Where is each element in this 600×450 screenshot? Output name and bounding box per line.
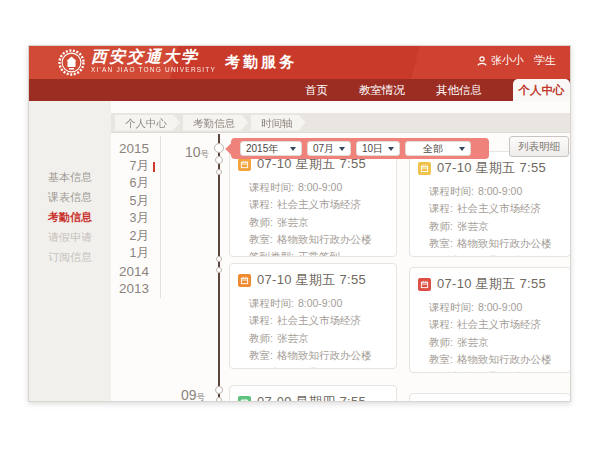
calendar-icon bbox=[418, 278, 431, 291]
sidebar-item-schedule-info[interactable]: 课表信息 bbox=[29, 187, 111, 207]
active-month-tick bbox=[153, 162, 156, 172]
timeline-entry-february[interactable]: 2月 bbox=[113, 228, 149, 246]
card-teacher: 教师:张芸京 bbox=[249, 330, 388, 347]
timeline-year-list: 2015 7月 6月 5月 3月 2月 1月 2014 2013 bbox=[113, 140, 149, 298]
timeline-entry-june[interactable]: 6月 bbox=[113, 175, 149, 193]
day-label-10: 10号 bbox=[185, 144, 209, 161]
sidebar-item-subscription-info[interactable]: 订阅信息 bbox=[29, 247, 111, 267]
card-time: 课程时间:8:00-9:00 bbox=[249, 179, 388, 196]
timeline-node bbox=[216, 169, 222, 175]
attendance-card[interactable]: 07-10 星期五 7:55 课程时间:8:00-9:00 课程:社会主义市场经… bbox=[229, 147, 397, 257]
day-label-09: 09号 bbox=[181, 387, 205, 402]
attendance-card[interactable] bbox=[409, 393, 571, 402]
card-time: 课程时间:8:00-9:00 bbox=[429, 183, 562, 200]
card-room: 教室:格物致知行政办公楼 bbox=[249, 231, 388, 248]
card-room: 教室:格物致知行政办公楼 bbox=[429, 235, 562, 252]
type-select[interactable]: 全部 bbox=[405, 141, 471, 156]
nav-item-home[interactable]: 首页 bbox=[305, 79, 328, 101]
timeline-entry-july-active[interactable]: 7月 bbox=[113, 158, 149, 176]
timeline-node bbox=[215, 386, 223, 394]
type-select-value: 全部 bbox=[423, 142, 443, 156]
breadcrumb-personal-center[interactable]: 个人中心 bbox=[115, 115, 180, 131]
timeline-node bbox=[215, 156, 223, 164]
card-date: 07-10 星期五 7:55 bbox=[437, 275, 546, 293]
app-header: 西安交通大学 XI'AN JIAO TONG UNIVERSITY 考勤服务 张… bbox=[29, 46, 570, 79]
card-time: 课程时间:8:00-9:00 bbox=[249, 295, 388, 312]
card-sign-type: 签到类型:正常签到 bbox=[249, 248, 388, 257]
day-select[interactable]: 10日 bbox=[356, 141, 400, 156]
card-room: 教室:格物致知行政办公楼 bbox=[429, 351, 562, 368]
card-date: 07-10 星期五 7:55 bbox=[437, 159, 546, 177]
timeline-node bbox=[214, 143, 224, 153]
card-sign-type: 签到类型:正常签到 bbox=[429, 368, 562, 373]
chevron-down-icon bbox=[388, 147, 394, 151]
day-select-value: 10日 bbox=[362, 142, 383, 156]
year-select-value: 2015年 bbox=[246, 142, 278, 156]
rail-divider bbox=[160, 136, 161, 298]
timeline-entry-2013[interactable]: 2013 bbox=[113, 280, 149, 298]
chevron-down-icon bbox=[290, 147, 296, 151]
card-course: 课程:社会主义市场经济 bbox=[429, 200, 562, 217]
card-course: 课程:社会主义市场经济 bbox=[249, 196, 388, 213]
card-room: 教室:格物致知行政办公楼 bbox=[249, 347, 388, 364]
month-select-value: 07月 bbox=[313, 142, 334, 156]
sidebar: 基本信息 课表信息 考勤信息 请假申请 订阅信息 bbox=[29, 101, 111, 402]
timeline-node bbox=[216, 267, 222, 273]
calendar-icon bbox=[238, 396, 251, 403]
card-course: 课程:社会主义市场经济 bbox=[249, 312, 388, 329]
timeline-entry-january[interactable]: 1月 bbox=[113, 245, 149, 263]
university-name-cn: 西安交通大学 bbox=[91, 48, 216, 66]
card-sign-type: 签到类型:正常签到 bbox=[429, 252, 562, 257]
nav-item-other-info[interactable]: 其他信息 bbox=[436, 79, 482, 101]
sidebar-item-leave-request[interactable]: 请假申请 bbox=[29, 227, 111, 247]
app-window: 西安交通大学 XI'AN JIAO TONG UNIVERSITY 考勤服务 张… bbox=[28, 45, 571, 402]
timeline-entry-2014[interactable]: 2014 bbox=[113, 263, 149, 281]
card-sign-type: 签到类型:正常签到 bbox=[249, 364, 388, 369]
timeline-node bbox=[216, 256, 222, 262]
main-nav: 首页 教室情况 其他信息 个人中心 bbox=[29, 79, 570, 101]
university-name-en: XI'AN JIAO TONG UNIVERSITY bbox=[91, 66, 216, 74]
calendar-icon bbox=[418, 162, 431, 175]
university-name-block: 西安交通大学 XI'AN JIAO TONG UNIVERSITY bbox=[91, 48, 216, 74]
nav-item-personal-center[interactable]: 个人中心 bbox=[513, 79, 570, 101]
timeline-node bbox=[216, 397, 222, 402]
year-select[interactable]: 2015年 bbox=[240, 141, 302, 156]
card-date: 07-10 星期五 7:55 bbox=[257, 271, 366, 289]
breadcrumb: 个人中心 考勤信息 时间轴 bbox=[111, 113, 571, 133]
chevron-down-icon bbox=[459, 147, 465, 151]
page-background: 西安交通大学 XI'AN JIAO TONG UNIVERSITY 考勤服务 张… bbox=[0, 0, 600, 450]
sidebar-item-attendance-info[interactable]: 考勤信息 bbox=[29, 207, 111, 227]
card-teacher: 教师:张芸京 bbox=[429, 334, 562, 351]
user-name: 张小小 bbox=[491, 53, 524, 68]
timeline-entry-march[interactable]: 3月 bbox=[113, 210, 149, 228]
nav-item-classrooms[interactable]: 教室情况 bbox=[359, 79, 405, 101]
list-detail-button[interactable]: 列表明细 bbox=[509, 136, 569, 157]
attendance-card[interactable]: 07-09 星期四 7:55 bbox=[229, 385, 397, 402]
timeline-entry-may[interactable]: 5月 bbox=[113, 193, 149, 211]
month-select[interactable]: 07月 bbox=[307, 141, 351, 156]
user-account[interactable]: 张小小 学生 bbox=[477, 53, 556, 68]
card-teacher: 教师:张芸京 bbox=[249, 214, 388, 231]
user-icon bbox=[477, 56, 487, 66]
sidebar-item-basic-info[interactable]: 基本信息 bbox=[29, 167, 111, 187]
chevron-down-icon bbox=[339, 147, 345, 151]
timeline-entry-label: 7月 bbox=[130, 159, 149, 173]
breadcrumb-attendance-info[interactable]: 考勤信息 bbox=[183, 115, 248, 131]
card-date: 07-09 星期四 7:55 bbox=[257, 393, 366, 402]
filter-bar: 2015年 07月 10日 全部 bbox=[231, 138, 489, 159]
card-teacher: 教师:张芸京 bbox=[429, 218, 562, 235]
attendance-card[interactable]: 07-10 星期五 7:55 课程时间:8:00-9:00 课程:社会主义市场经… bbox=[409, 267, 571, 373]
user-role: 学生 bbox=[534, 53, 556, 68]
breadcrumb-timeline[interactable]: 时间轴 bbox=[251, 115, 306, 131]
attendance-card[interactable]: 07-10 星期五 7:55 课程时间:8:00-9:00 课程:社会主义市场经… bbox=[409, 151, 571, 257]
university-logo-icon bbox=[58, 49, 85, 76]
attendance-card[interactable]: 07-10 星期五 7:55 课程时间:8:00-9:00 课程:社会主义市场经… bbox=[229, 263, 397, 369]
app-title: 考勤服务 bbox=[225, 53, 297, 72]
calendar-icon bbox=[238, 158, 251, 171]
card-time: 课程时间:8:00-9:00 bbox=[429, 299, 562, 316]
calendar-icon bbox=[238, 274, 251, 287]
timeline-entry-2015[interactable]: 2015 bbox=[113, 140, 149, 158]
card-course: 课程:社会主义市场经济 bbox=[429, 316, 562, 333]
